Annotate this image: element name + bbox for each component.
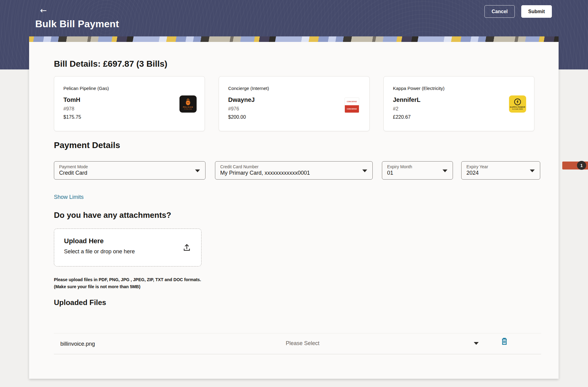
upload-subtitle: Select a file or drop one here [64, 248, 135, 255]
pelican-logo-subtext: PIPELINE [184, 108, 192, 110]
credit-card-number-select[interactable]: Credit Card Number My Primary Card, xxxx… [215, 161, 373, 180]
back-arrow-icon[interactable]: ← [38, 6, 49, 15]
attachments-heading: Do you have any attachments? [54, 210, 171, 220]
bill-provider: Pelican Pipeline (Gas) [63, 86, 195, 91]
bill-amount: $200.00 [228, 114, 360, 120]
delete-file-button[interactable] [500, 337, 509, 347]
page-title: Bulk Bill Payment [35, 18, 119, 30]
bill-account-number: #2 [393, 106, 525, 112]
field-value: 01 [387, 170, 448, 176]
kappa-logo-subtext: SLOGAN HERE [512, 108, 523, 110]
main-content-card: Bill Details: £697.87 (3 Bills) Pelican … [29, 42, 559, 379]
bill-card-concierge: Concierge (Internet) DwayneJ #976 $200.0… [219, 76, 370, 131]
upload-icon [182, 243, 191, 252]
uploaded-files-heading: Uploaded Files [54, 298, 106, 307]
kappa-power-logo: KAPPA POWER SLOGAN HERE [509, 95, 526, 113]
format-note-line1: Please upload files in PDF, PNG, JPG , J… [54, 276, 201, 283]
bill-details-heading: Bill Details: £697.87 (3 Bills) [54, 59, 167, 69]
bill-provider: Concierge (Internet) [228, 86, 360, 91]
file-upload-dropzone[interactable]: Upload Here Select a file or drop one he… [54, 229, 202, 266]
bill-card-list: Pelican Pipeline (Gas) TomH #978 $175.75… [54, 76, 534, 131]
format-note-line2: (Make sure your file is not more than 5M… [54, 283, 201, 290]
field-label: Expiry Month [387, 164, 448, 169]
chevron-down-icon [530, 169, 535, 172]
upload-title: Upload Here [64, 237, 104, 245]
table-top-border [54, 333, 541, 333]
field-value: 2024 [466, 170, 535, 176]
cancel-button[interactable]: Cancel [484, 5, 514, 18]
bill-card-pelican: Pelican Pipeline (Gas) TomH #978 $175.75… [54, 76, 205, 131]
bill-account-number: #978 [63, 106, 195, 112]
kappa-logo-text: KAPPA POWER [510, 106, 525, 108]
header-actions: Cancel Submit [484, 5, 552, 18]
decorative-banner [29, 36, 559, 42]
pelican-bird-icon [185, 98, 191, 106]
lightning-circle-icon [514, 98, 521, 106]
bill-amount: $175.75 [63, 114, 195, 120]
field-label: Payment Mode [59, 164, 200, 169]
chevron-down-icon [362, 169, 367, 172]
bill-payer: DwayneJ [228, 96, 360, 103]
field-value: Credit Card [59, 170, 200, 176]
field-value: My Primary Card, xxxxxxxxxxxx0001 [220, 170, 368, 176]
uploaded-file-name: billinvoice.png [60, 341, 95, 347]
chevron-down-icon [443, 169, 447, 172]
upload-format-note: Please upload files in PDF, PNG, JPG , J… [54, 276, 201, 290]
field-label: Expiry Year [466, 164, 535, 169]
notification-count-badge: 1 [577, 161, 586, 170]
concierge-logo-text-inverse: CONCIERGE [347, 108, 357, 110]
bill-provider: Kappa Power (Electricity) [393, 86, 525, 91]
field-label: Credit Card Number [220, 164, 368, 169]
bill-payer: TomH [63, 96, 195, 103]
bill-card-kappa: Kappa Power (Electricity) JenniferL #2 £… [383, 76, 534, 131]
pelican-pipeline-logo: PELICAN PIPELINE [179, 95, 197, 113]
chevron-down-icon [474, 342, 479, 345]
file-category-placeholder: Please Select [286, 340, 319, 347]
expiry-year-select[interactable]: Expiry Year 2024 [461, 161, 540, 180]
trash-icon [500, 337, 508, 346]
payment-mode-select[interactable]: Payment Mode Credit Card [54, 161, 205, 180]
table-row-separator [54, 354, 541, 354]
show-limits-link[interactable]: Show Limits [54, 194, 84, 200]
payment-details-heading: Payment Details [54, 140, 120, 150]
pelican-logo-text: PELICAN [183, 106, 193, 108]
bill-account-number: #976 [228, 106, 360, 112]
expiry-month-select[interactable]: Expiry Month 01 [382, 161, 453, 180]
bill-payer: JenniferL [393, 96, 525, 103]
chevron-down-icon [195, 169, 200, 172]
concierge-logo-text: CONCIERGE [347, 101, 357, 102]
notification-tab[interactable]: 1 [562, 162, 588, 169]
file-category-select[interactable]: Please Select [286, 339, 479, 349]
bill-amount: £220.67 [393, 114, 525, 120]
submit-button[interactable]: Submit [521, 5, 552, 18]
concierge-logo: CONCIERGE CONCIERGE [345, 98, 359, 113]
